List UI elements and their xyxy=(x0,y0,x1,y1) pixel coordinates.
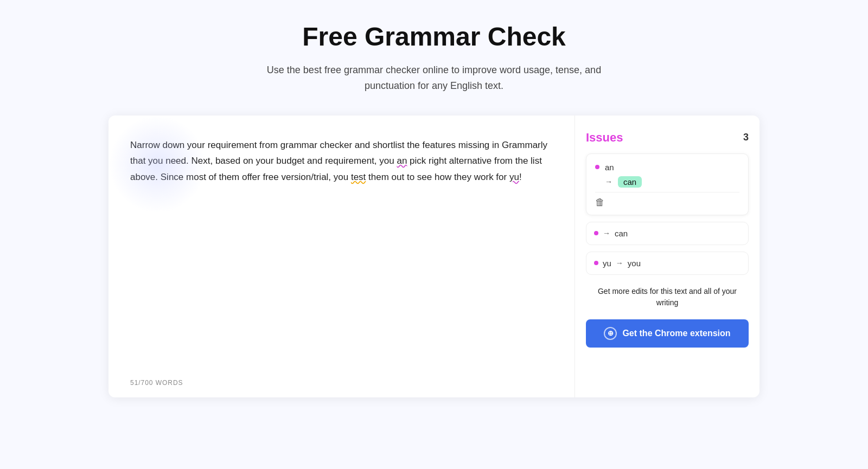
issues-header: Issues 3 xyxy=(586,131,749,145)
arrow-icon: → xyxy=(605,177,612,186)
delete-icon[interactable]: 🗑 xyxy=(595,197,605,208)
issue-item-3[interactable]: yu → you xyxy=(586,252,749,275)
issues-panel: Issues 3 an → can 🗑 → can xyxy=(575,115,760,397)
an-word[interactable]: an xyxy=(397,156,407,166)
arrow-icon-3: → xyxy=(616,259,623,267)
arrow-icon-2: → xyxy=(603,229,610,237)
issue-item-2[interactable]: → can xyxy=(586,222,749,245)
issue-dot-active xyxy=(595,165,599,169)
editor-text[interactable]: Narrow down your requirement from gramma… xyxy=(130,137,553,185)
issue-suggestion-row[interactable]: → can xyxy=(595,176,739,188)
page-subtitle: Use the best free grammar checker online… xyxy=(250,62,618,94)
chrome-icon: ⊕ xyxy=(604,327,617,340)
main-container: Narrow down your requirement from gramma… xyxy=(108,115,760,397)
editor-panel[interactable]: Narrow down your requirement from gramma… xyxy=(108,115,575,397)
chrome-extension-button[interactable]: ⊕ Get the Chrome extension xyxy=(586,319,749,348)
active-issue-card: an → can 🗑 xyxy=(586,153,749,215)
word-count: 51/700 WORDS xyxy=(130,379,183,387)
issue-original-row: an xyxy=(595,163,739,172)
test-word[interactable]: test xyxy=(351,172,366,182)
text-after-test: them out to see how they work for xyxy=(366,172,509,182)
text-end: ! xyxy=(519,172,522,182)
issue-actions: 🗑 xyxy=(595,192,739,208)
more-edits-text: Get more edits for this text and all of … xyxy=(586,281,749,311)
issue-3-original: yu xyxy=(603,259,611,268)
issue-dot-3 xyxy=(594,261,598,265)
issue-dot-2 xyxy=(594,231,598,235)
issue-original-text: an xyxy=(605,163,614,172)
issue-suggestion-chip[interactable]: can xyxy=(618,176,642,188)
chrome-button-label: Get the Chrome extension xyxy=(622,329,730,338)
page-title: Free Grammar Check xyxy=(302,22,566,52)
issue-2-suggestion: can xyxy=(615,229,628,238)
issues-title: Issues xyxy=(586,131,623,145)
yu-word[interactable]: yu xyxy=(509,172,519,182)
issue-3-suggestion: you xyxy=(628,259,641,268)
issues-count: 3 xyxy=(743,132,749,143)
